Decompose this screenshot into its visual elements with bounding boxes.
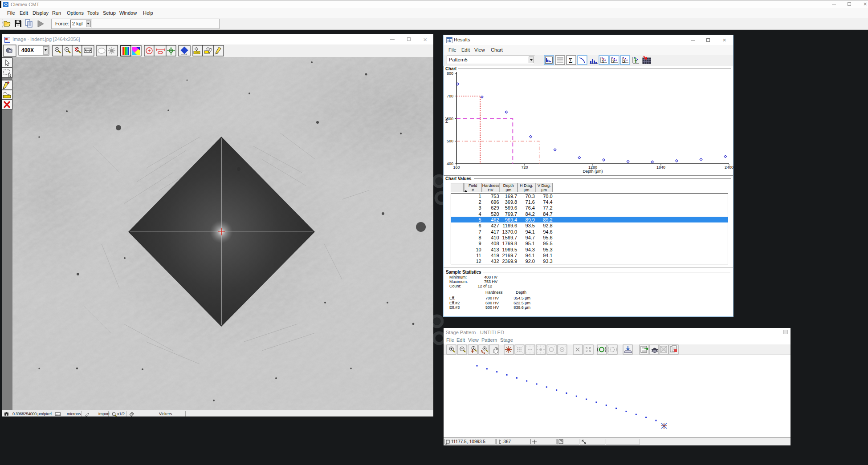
svg-text:800: 800 — [447, 71, 453, 76]
svg-text:1840: 1840 — [656, 165, 665, 170]
svg-text:Depth (µm): Depth (µm) — [583, 169, 603, 174]
svg-text:500: 500 — [447, 139, 453, 143]
svg-text:400: 400 — [447, 162, 453, 166]
svg-text:T: T — [635, 59, 637, 64]
svg-text:2400: 2400 — [725, 165, 734, 170]
svg-text:720: 720 — [521, 165, 528, 170]
svg-text:HV: HV — [444, 117, 449, 123]
svg-text:160: 160 — [453, 165, 460, 170]
svg-text:Σ: Σ — [569, 57, 573, 64]
svg-text:700: 700 — [447, 94, 453, 98]
svg-text:2: 2 — [612, 59, 615, 64]
svg-text:400X: 400X — [21, 47, 34, 53]
svg-text:3: 3 — [623, 59, 626, 64]
svg-text:1: 1 — [602, 59, 604, 64]
